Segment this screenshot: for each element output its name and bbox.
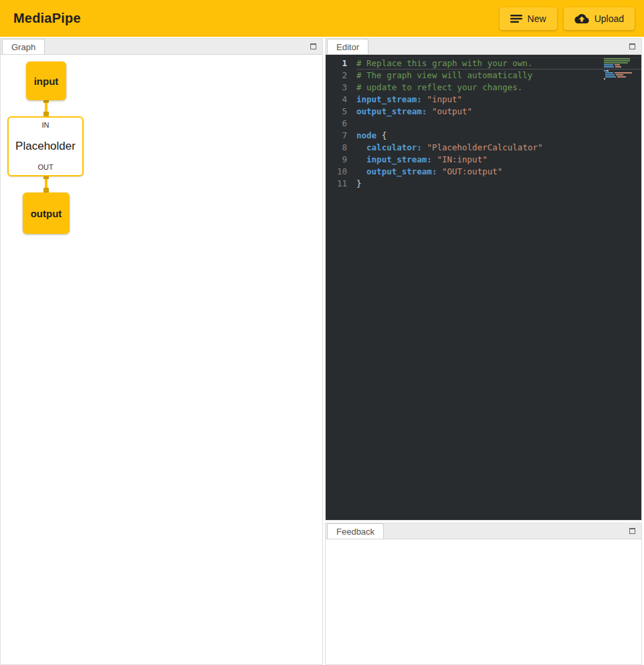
app-title: MediaPipe — [13, 11, 81, 26]
graph-panel: Graph input IN Placeholder OUT output — [0, 38, 323, 665]
graph-tabstrip: Graph — [1, 39, 322, 55]
feedback-tabstrip: Feedback — [326, 523, 641, 539]
cloud-upload-icon — [574, 13, 589, 24]
code-lines: # Replace this graph with your own.# The… — [356, 57, 641, 520]
feedback-tab-label: Feedback — [336, 527, 374, 537]
header-buttons: New Upload — [500, 7, 635, 30]
placeholder-node-label: Placeholder — [15, 140, 76, 153]
feedback-body — [326, 539, 641, 664]
new-button-label: New — [528, 13, 546, 24]
menu-lines-icon — [510, 14, 522, 23]
graph-tab-label: Graph — [11, 42, 35, 52]
code-editor[interactable]: 1234567891011 # Replace this graph with … — [326, 55, 641, 520]
editor-tab[interactable]: Editor — [327, 39, 368, 54]
editor-tab-label: Editor — [336, 42, 359, 52]
input-stream-node[interactable]: input — [26, 61, 66, 100]
output-stream-node[interactable]: output — [23, 192, 70, 234]
upload-button-label: Upload — [595, 13, 624, 24]
feedback-tab[interactable]: Feedback — [327, 523, 384, 539]
output-node-label: output — [31, 208, 62, 219]
editor-panel: Editor 1234567891011 # Replace this grap… — [325, 38, 642, 521]
minimap[interactable] — [604, 58, 636, 80]
editor-tabstrip: Editor — [326, 39, 641, 55]
graph-tab[interactable]: Graph — [2, 39, 45, 54]
feedback-maximize-icon[interactable] — [629, 528, 635, 534]
placeholder-calculator-node[interactable]: IN Placeholder OUT — [7, 116, 84, 176]
right-column: Editor 1234567891011 # Replace this grap… — [325, 38, 642, 665]
line-numbers: 1234567891011 — [326, 57, 356, 520]
app-header: MediaPipe New Upload — [0, 0, 644, 37]
in-port-label: IN — [42, 121, 49, 129]
input-node-label: input — [34, 76, 59, 87]
graph-canvas[interactable]: input IN Placeholder OUT output — [1, 55, 322, 664]
main-area: Graph input IN Placeholder OUT output — [0, 38, 644, 665]
out-port-label: OUT — [37, 163, 53, 171]
editor-maximize-icon[interactable] — [629, 43, 635, 49]
feedback-panel: Feedback — [325, 523, 642, 665]
new-button[interactable]: New — [500, 7, 557, 30]
graph-maximize-icon[interactable] — [310, 43, 316, 49]
upload-button[interactable]: Upload — [564, 7, 635, 30]
